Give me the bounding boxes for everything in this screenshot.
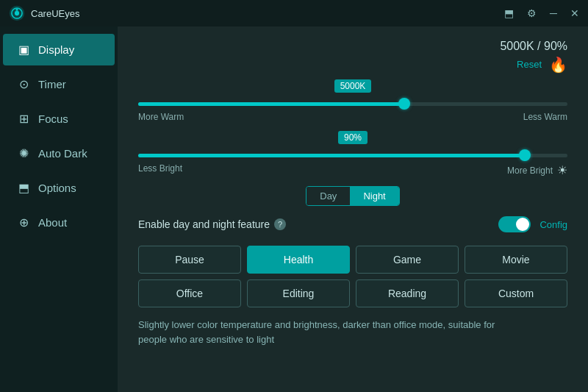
- sidebar: ▣ Display ⊙ Timer ⊞ Focus ✺ Auto Dark ⬒ …: [0, 26, 118, 392]
- sun-icon: ☀: [557, 163, 567, 177]
- temp-value-bubble: 5000K: [334, 79, 372, 93]
- flame-icon: 🔥: [549, 56, 567, 74]
- auto-dark-icon: ✺: [16, 146, 31, 160]
- mode-health-button[interactable]: Health: [247, 246, 350, 274]
- timer-icon: ⊙: [16, 77, 31, 91]
- temp-fill: [138, 102, 404, 106]
- temp-slider-hints: More Warm Less Warm: [138, 112, 567, 122]
- feature-label-text: Enable day and night feature: [138, 218, 270, 230]
- titlebar-left: CareUEyes: [9, 5, 79, 21]
- night-button[interactable]: Night: [350, 187, 398, 205]
- mode-reading-button[interactable]: Reading: [356, 279, 459, 307]
- brightness-slider-section: 90% Less Bright More Bright ☀: [138, 131, 567, 177]
- temperature-slider[interactable]: [138, 97, 567, 110]
- mode-custom-button[interactable]: Custom: [465, 279, 567, 307]
- temp-hint-left: More Warm: [138, 112, 184, 122]
- brightness-hint-left: Less Bright: [138, 163, 182, 177]
- temp-hint-right: Less Warm: [523, 112, 567, 122]
- settings-icon[interactable]: ⚙: [527, 7, 537, 19]
- day-button[interactable]: Day: [306, 187, 350, 205]
- svg-point-2: [15, 11, 19, 15]
- sidebar-label-focus: Focus: [38, 113, 68, 125]
- app-title: CareUEyes: [31, 8, 79, 19]
- temperature-slider-section: 5000K More Warm Less Warm: [138, 79, 567, 122]
- mode-description: Slightly lower color temperature and bri…: [138, 318, 520, 346]
- sidebar-label-options: Options: [38, 182, 76, 194]
- close-icon[interactable]: ✕: [570, 7, 579, 19]
- day-night-toggle-switch[interactable]: [498, 216, 531, 232]
- temp-thumb[interactable]: [398, 98, 410, 110]
- day-night-toggle[interactable]: Day Night: [306, 186, 399, 206]
- brightness-slider[interactable]: [138, 149, 567, 162]
- sidebar-label-about: About: [38, 216, 67, 229]
- mode-pause-button[interactable]: Pause: [138, 246, 241, 274]
- titlebar-controls: ⬒ ⚙ ─ ✕: [504, 7, 579, 19]
- brightness-track: [138, 154, 567, 157]
- temp-brightness-label: 5000K / 90%: [500, 40, 567, 53]
- sidebar-item-about[interactable]: ⊕ About: [3, 207, 115, 238]
- sidebar-item-focus[interactable]: ⊞ Focus: [3, 103, 115, 135]
- reset-link[interactable]: Reset: [517, 59, 542, 70]
- brightness-fill: [138, 154, 525, 157]
- sidebar-item-display[interactable]: ▣ Display: [3, 34, 115, 65]
- feature-label: Enable day and night feature ?: [138, 218, 286, 230]
- about-icon: ⊕: [16, 215, 31, 229]
- monitor-icon[interactable]: ⬒: [504, 7, 514, 19]
- options-icon: ⬒: [16, 181, 31, 195]
- sidebar-label-auto-dark: Auto Dark: [38, 147, 87, 160]
- help-icon[interactable]: ?: [274, 218, 286, 230]
- feature-right: Config: [498, 216, 567, 232]
- config-link[interactable]: Config: [539, 219, 567, 230]
- titlebar: CareUEyes ⬒ ⚙ ─ ✕: [0, 0, 588, 26]
- brightness-thumb[interactable]: [519, 149, 531, 161]
- app-logo-icon: [9, 5, 25, 21]
- top-info-row: 5000K / 90% Reset 🔥: [138, 40, 567, 74]
- svg-point-3: [15, 9, 18, 11]
- temp-track: [138, 102, 567, 106]
- brightness-value-bubble: 90%: [338, 131, 368, 144]
- content-area: 5000K / 90% Reset 🔥 5000K More Warm Les: [118, 26, 588, 392]
- display-icon: ▣: [16, 43, 31, 57]
- main-layout: ▣ Display ⊙ Timer ⊞ Focus ✺ Auto Dark ⬒ …: [0, 26, 588, 392]
- brightness-hint-right: More Bright: [507, 165, 553, 176]
- feature-row: Enable day and night feature ? Config: [138, 216, 567, 232]
- brightness-slider-hints: Less Bright More Bright ☀: [138, 163, 567, 177]
- mode-office-button[interactable]: Office: [138, 279, 241, 307]
- sidebar-item-options[interactable]: ⬒ Options: [3, 172, 115, 204]
- mode-game-button[interactable]: Game: [356, 246, 459, 274]
- sidebar-label-display: Display: [38, 43, 74, 56]
- sidebar-item-auto-dark[interactable]: ✺ Auto Dark: [3, 138, 115, 169]
- mode-movie-button[interactable]: Movie: [465, 246, 567, 274]
- toggle-knob: [516, 218, 529, 231]
- focus-icon: ⊞: [16, 112, 31, 126]
- minimize-icon[interactable]: ─: [550, 7, 557, 19]
- mode-editing-button[interactable]: Editing: [247, 279, 350, 307]
- mode-buttons-grid: Pause Health Game Movie Office Editing R…: [138, 246, 567, 307]
- sidebar-label-timer: Timer: [38, 78, 66, 90]
- day-night-row: Day Night: [138, 186, 567, 206]
- sidebar-item-timer[interactable]: ⊙ Timer: [3, 68, 115, 100]
- top-info-right: 5000K / 90% Reset 🔥: [500, 40, 567, 74]
